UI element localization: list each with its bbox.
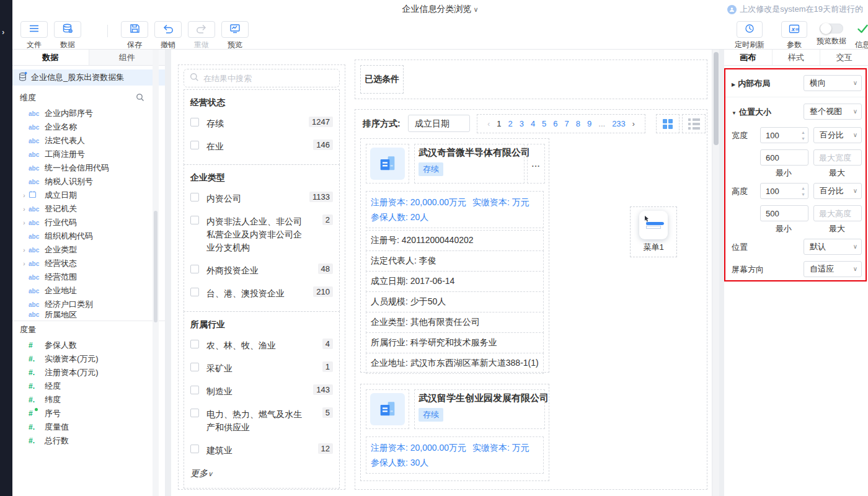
checkbox-icon[interactable]	[190, 445, 199, 453]
dimension-item[interactable]: abc企业内部序号	[12, 107, 165, 120]
company-title-cell[interactable]: 武汉留学生创业园发展有限公司 存续	[414, 389, 545, 429]
filter-option[interactable]: 建筑业12	[190, 439, 333, 462]
height-min-input[interactable]	[760, 205, 808, 221]
page-number-last[interactable]: 233	[612, 119, 626, 128]
left-panel-scrollbar[interactable]	[153, 50, 159, 496]
menu-widget[interactable]: 菜单1	[630, 206, 677, 257]
filter-option[interactable]: 制造业143	[190, 380, 333, 403]
tab-data[interactable]: 数据	[12, 50, 89, 65]
tab-interaction[interactable]: 交互	[820, 50, 868, 65]
measure-item[interactable]: #.实缴资本(万元)	[12, 352, 165, 366]
filter-option[interactable]: 内资非法人企业、非公司私营企业及内资非公司企业分支机构2	[190, 210, 333, 259]
dimension-item[interactable]: abc法定代表人	[12, 134, 165, 148]
dimension-item[interactable]: abc纳税人识别号	[12, 175, 165, 188]
sort-select[interactable]: 成立日期	[408, 115, 470, 132]
params-button[interactable]: x= 参数	[780, 21, 808, 50]
list-component[interactable]: 排序方式: 成立日期 ‹ 1 2 3 4 5 6 7 8 9 ... 233 ›	[355, 109, 707, 490]
expand-icon[interactable]: ›	[20, 219, 29, 226]
width-min-input[interactable]	[760, 149, 808, 166]
grid-view-button[interactable]	[656, 114, 680, 133]
measure-item[interactable]: #.纬度	[12, 393, 165, 407]
card-detail-row[interactable]: 企业地址: 武汉市东西湖区革新大道388-1(1)	[366, 353, 544, 374]
height-unit-select[interactable]: 百分比∨	[813, 183, 862, 199]
scheduled-refresh-button[interactable]: 定时刷新	[733, 21, 766, 50]
page-number[interactable]: 6	[553, 119, 557, 128]
position-select[interactable]: 默认∨	[804, 239, 862, 255]
tab-canvas[interactable]: 画布	[724, 50, 773, 65]
company-logo-cell[interactable]	[366, 144, 409, 184]
page-number[interactable]: 5	[542, 119, 546, 128]
dimension-item[interactable]: abc企业地址	[12, 284, 165, 298]
filter-option[interactable]: 台、港、澳投资企业210	[190, 282, 333, 305]
filter-option[interactable]: 存续1247	[190, 112, 333, 135]
page-number[interactable]: 3	[520, 119, 524, 128]
checkbox-icon[interactable]	[190, 265, 199, 273]
dimension-item[interactable]: abc经济户口类别	[12, 298, 165, 311]
dimension-item[interactable]: ›abc经营状态	[12, 257, 165, 270]
orientation-select[interactable]: 自适应∨	[804, 261, 862, 277]
selected-conditions-component[interactable]: 已选条件	[355, 60, 707, 99]
company-title-cell[interactable]: 武汉奇普微半导体有限公司 存续	[414, 144, 525, 184]
expand-icon[interactable]: ›	[20, 192, 29, 199]
dimension-item[interactable]: ›abc行业代码	[12, 216, 165, 229]
checkbox-icon[interactable]	[190, 216, 199, 224]
position-size-select[interactable]: 整个视图∨	[804, 104, 862, 120]
page-number[interactable]: 9	[587, 119, 591, 128]
dimension-item[interactable]: abc所属地区	[12, 311, 165, 318]
filter-search[interactable]	[184, 69, 340, 87]
prev-page-icon[interactable]: ‹	[487, 120, 490, 128]
search-fields-icon[interactable]	[136, 93, 144, 104]
filter-option[interactable]: 电力、热力、燃气及水生产和供应业5	[190, 403, 333, 439]
selected-conditions-chip[interactable]: 已选条件	[360, 65, 404, 94]
card-stats[interactable]: 注册资本: 20,000.00万元实缴资本: 万元 参保人数: 30人	[366, 436, 544, 474]
page-number[interactable]: 7	[565, 119, 569, 128]
company-logo-cell[interactable]	[366, 389, 409, 429]
width-max-input[interactable]	[813, 149, 862, 166]
preview-data-toggle[interactable]: 预览数据	[814, 20, 849, 46]
dimension-item[interactable]: abc工商注册号	[12, 148, 165, 161]
card-detail-row[interactable]: 人员规模: 少于50人	[366, 291, 544, 312]
page-number[interactable]: 4	[531, 119, 535, 128]
spinner-icon[interactable]: ▲▼	[801, 130, 805, 141]
dimension-item[interactable]: abc组织机构代码	[12, 229, 165, 243]
dimension-item[interactable]: ›abc企业类型	[12, 243, 165, 257]
spinner-icon[interactable]: ▲▼	[801, 185, 805, 197]
company-card[interactable]: 武汉奇普微半导体有限公司 存续 ... 注册资本: 20,000.00万元实缴资…	[360, 138, 549, 373]
expand-icon[interactable]: ›	[20, 247, 29, 254]
measure-item[interactable]: #序号	[12, 407, 165, 420]
card-stats[interactable]: 注册资本: 20,000.00万元实缴资本: 万元 参保人数: 20人	[366, 191, 544, 228]
more-link[interactable]: 更多∨	[190, 462, 333, 482]
filter-option[interactable]: 采矿业1	[190, 357, 333, 380]
height-max-input[interactable]	[813, 205, 862, 221]
measure-item[interactable]: #.注册资本(万元)	[12, 366, 165, 379]
dimension-item[interactable]: abc企业名称	[12, 120, 165, 134]
dataset-item[interactable]: 企业信息_股东出资数据集	[12, 69, 165, 86]
list-view-button[interactable]	[682, 114, 706, 133]
info-button[interactable]: 信息	[848, 21, 868, 50]
dimension-item[interactable]: ›成立日期	[12, 188, 165, 202]
page-number[interactable]: 2	[508, 119, 512, 128]
card-detail-row[interactable]: 企业类型: 其他有限责任公司	[366, 312, 544, 333]
expand-icon[interactable]: ›	[20, 260, 29, 267]
triangle-down-icon[interactable]: ▼	[732, 110, 737, 116]
file-button[interactable]: 文件	[20, 21, 48, 50]
checkbox-icon[interactable]	[190, 193, 199, 202]
canvas-scrollbar[interactable]	[712, 50, 719, 496]
data-button[interactable]: 数据	[53, 21, 82, 50]
measure-item[interactable]: #.经度	[12, 379, 165, 393]
filter-option[interactable]: 内资公司1133	[190, 187, 333, 210]
dimension-item[interactable]: ›abc登记机关	[12, 202, 165, 216]
measure-item[interactable]: #参保人数	[12, 339, 165, 352]
measure-item[interactable]: #.总行数	[12, 434, 165, 448]
menu-widget-icon[interactable]	[639, 211, 668, 239]
checkbox-icon[interactable]	[190, 409, 199, 417]
checkbox-icon[interactable]	[190, 288, 199, 296]
page-number[interactable]: 8	[576, 119, 580, 128]
next-page-icon[interactable]: ›	[632, 120, 635, 128]
card-detail-row[interactable]: 所属行业: 科学研究和技术服务业	[366, 332, 544, 353]
card-detail-row[interactable]: 注册号: 420112000440202	[366, 230, 544, 251]
card-more-button[interactable]: ...	[527, 144, 545, 184]
save-button[interactable]: 保存	[120, 21, 149, 50]
company-card[interactable]: 武汉留学生创业园发展有限公司 存续 注册资本: 20,000.00万元实缴资本:…	[360, 384, 549, 481]
checkbox-icon[interactable]	[190, 386, 199, 394]
